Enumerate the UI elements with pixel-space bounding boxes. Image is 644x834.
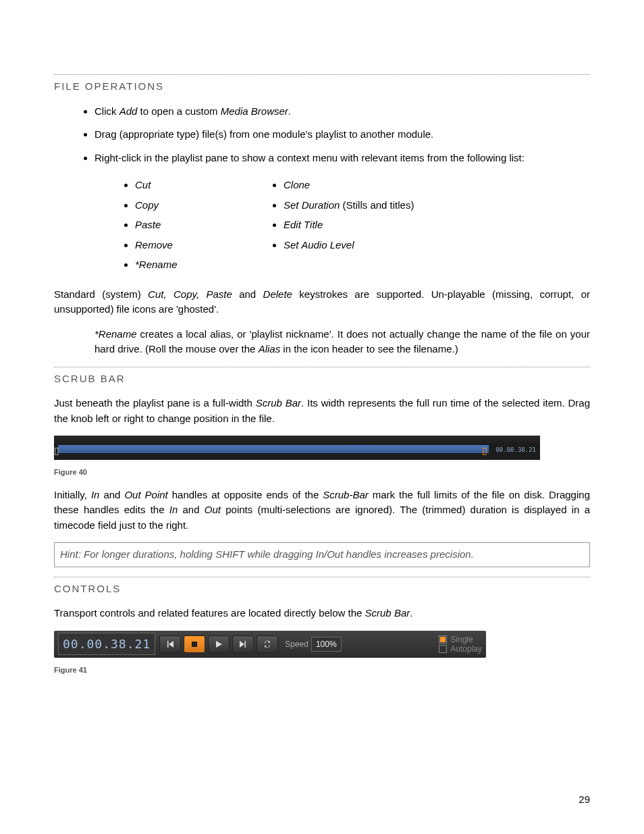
play-icon [215, 640, 223, 648]
skip-forward-icon [239, 640, 247, 648]
ctx-item: Remove [135, 238, 243, 253]
ctx-item: Clone [284, 178, 590, 193]
list-item: Right-click in the playlist pane to show… [95, 151, 590, 166]
figure-caption-41: Figure 41 [54, 664, 590, 676]
em-add: Add [119, 105, 138, 117]
list-item: Drag (appropriate type) file(s) from one… [95, 127, 590, 142]
hint-box: Hint: For longer durations, holding SHIF… [54, 542, 590, 567]
paragraph-standard-keystrokes: Standard (system) Cut, Copy, Paste and D… [54, 287, 590, 317]
svg-rect-0 [192, 642, 197, 647]
scrub-track[interactable] [58, 445, 489, 453]
ctx-item: Set Duration (Stills and titles) [284, 198, 590, 213]
stop-button[interactable] [184, 635, 205, 653]
file-ops-list: Click Add to open a custom Media Browser… [54, 104, 590, 166]
section-scrub-bar: SCRUB BAR [54, 367, 590, 387]
autoplay-checkbox[interactable] [439, 645, 447, 653]
speed-label: Speed [285, 638, 308, 650]
ctx-item: Paste [135, 217, 243, 233]
speed-value[interactable]: 100% [311, 637, 342, 652]
ctx-item: *Rename [135, 257, 243, 273]
paragraph-rename-note: *Rename creates a local alias, or 'playl… [95, 327, 590, 357]
paragraph-controls-intro: Transport controls and related features … [54, 606, 590, 621]
text: . [288, 105, 291, 117]
text: Click [95, 105, 119, 117]
page-number: 29 [579, 792, 590, 808]
single-label: Single [450, 635, 473, 644]
ctx-item: Cut [135, 178, 243, 193]
context-menu-columns: Cut Copy Paste Remove *Rename Clone Set … [95, 175, 590, 278]
out-point-handle[interactable]: ▯ [482, 444, 489, 454]
single-checkbox[interactable] [439, 635, 447, 644]
paragraph-scrub-intro: Just beneath the playlist pane is a full… [54, 396, 590, 426]
skip-back-icon [166, 640, 174, 648]
loop-button[interactable] [257, 635, 278, 653]
figure-scrub-bar: ▯ ▯ 00.00.38.21 [54, 436, 540, 460]
section-controls: CONTROLS [54, 577, 590, 597]
ctx-item: Copy [135, 198, 243, 213]
in-point-handle[interactable]: ▯ [54, 444, 61, 454]
ctx-item: Edit Title [284, 217, 590, 233]
em-media-browser: Media Browser [221, 105, 288, 117]
stop-icon [190, 640, 198, 648]
transport-timecode[interactable]: 00.00.38.21 [58, 633, 155, 655]
scrub-timecode: 00.00.38.21 [495, 446, 536, 455]
text: to open a custom [137, 105, 220, 117]
autoplay-label: Autoplay [450, 644, 482, 654]
prev-button[interactable] [159, 635, 181, 653]
loop-icon [263, 640, 271, 648]
next-button[interactable] [232, 635, 254, 653]
list-item: Click Add to open a custom Media Browser… [95, 104, 590, 120]
figure-caption-40: Figure 40 [54, 467, 590, 478]
figure-transport-controls: 00.00.38.21 Speed 100% Single Autoplay [54, 631, 486, 658]
play-button[interactable] [208, 635, 230, 653]
section-file-operations: FILE OPERATIONS [54, 74, 590, 95]
paragraph-scrub-after: Initially, In and Out Point handles at o… [54, 488, 590, 533]
ctx-item: Set Audio Level [284, 238, 590, 253]
